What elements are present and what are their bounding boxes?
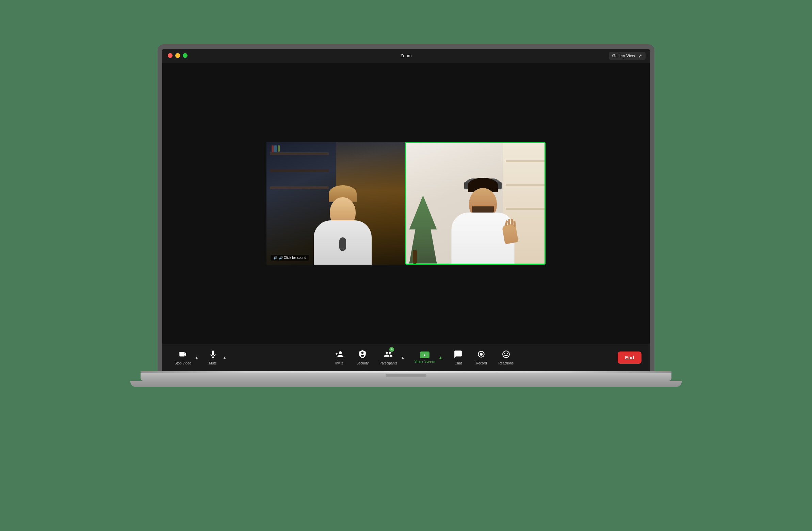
plant-stem — [413, 250, 417, 264]
minimize-button[interactable] — [175, 53, 180, 58]
book-1 — [272, 145, 274, 152]
book-2 — [274, 145, 277, 152]
share-screen-chevron[interactable]: ▲ — [437, 354, 444, 361]
click-sound-text: 🔊 Click for sound — [279, 256, 306, 260]
share-screen-button[interactable]: Share Screen — [410, 349, 439, 366]
security-button[interactable]: Security — [352, 347, 373, 368]
reactions-label: Reactions — [498, 361, 513, 365]
video-grid: 🔊 🔊 Click for sound — [266, 142, 546, 265]
person-right — [446, 151, 520, 264]
mute-wrapper: Mute ▲ — [203, 347, 229, 368]
left-plant-area — [406, 143, 447, 264]
reactions-button[interactable]: Reactions — [494, 347, 517, 368]
app-title: Zoom — [400, 53, 411, 58]
security-icon — [358, 350, 367, 360]
laptop-wrapper: Zoom Gallery View ⤢ — [100, 44, 712, 487]
invite-icon — [335, 350, 344, 360]
video-tile-right — [405, 142, 546, 265]
toolbar-right: End — [618, 351, 641, 364]
participants-count-badge: 8 — [389, 347, 394, 352]
invite-label: Invite — [335, 361, 343, 365]
share-screen-icon — [420, 351, 430, 358]
record-icon — [477, 350, 485, 360]
person-left — [309, 163, 377, 265]
laptop-screen: Zoom Gallery View ⤢ — [158, 44, 654, 371]
finger-1 — [513, 220, 516, 226]
mute-chevron[interactable]: ▲ — [221, 354, 228, 361]
video-tile-left: 🔊 🔊 Click for sound — [266, 142, 405, 265]
share-screen-wrapper: Share Screen ▲ — [410, 349, 445, 366]
stop-video-chevron[interactable]: ▲ — [193, 354, 200, 361]
participants-label: Participants — [379, 361, 397, 365]
plant-right-tile — [408, 196, 438, 264]
chat-icon — [454, 350, 463, 360]
reactions-icon — [502, 350, 510, 360]
camera-icon — [178, 350, 187, 360]
microphone-icon — [208, 350, 217, 360]
finger-2 — [511, 219, 513, 225]
share-screen-label: Share Screen — [414, 360, 435, 363]
laptop-notch — [386, 374, 426, 377]
chat-button[interactable]: Chat — [448, 347, 468, 368]
security-label: Security — [356, 361, 368, 365]
expand-icon: ⤢ — [638, 53, 642, 59]
titlebar: Zoom Gallery View ⤢ — [162, 49, 650, 63]
finger-3 — [508, 218, 510, 225]
shelf-1 — [270, 152, 329, 155]
svg-point-1 — [480, 353, 483, 356]
stop-video-button[interactable]: Stop Video — [171, 347, 195, 368]
record-label: Record — [476, 361, 487, 365]
participants-button[interactable]: 8 Participants — [375, 347, 401, 368]
end-button[interactable]: End — [618, 351, 641, 364]
toolbar-left: Stop Video ▲ Mute ▲ — [171, 347, 229, 368]
laptop-bottom — [130, 381, 682, 387]
book-3 — [278, 145, 280, 152]
participants-icon: 8 — [384, 350, 393, 360]
mute-label: Mute — [209, 361, 217, 365]
video-area: 🔊 🔊 Click for sound — [162, 63, 650, 344]
toolbar: Stop Video ▲ Mute ▲ — [162, 344, 650, 371]
laptop-base — [141, 371, 671, 381]
gallery-view-button[interactable]: Gallery View ⤢ — [609, 52, 646, 60]
maximize-button[interactable] — [183, 53, 188, 58]
mute-button[interactable]: Mute — [203, 347, 223, 368]
stop-video-label: Stop Video — [175, 361, 191, 365]
click-sound-badge[interactable]: 🔊 🔊 Click for sound — [271, 255, 309, 261]
speaker-icon: 🔊 — [273, 256, 277, 260]
stop-video-wrapper: Stop Video ▲ — [171, 347, 202, 368]
close-button[interactable] — [168, 53, 173, 58]
traffic-lights — [168, 53, 188, 58]
chat-label: Chat — [455, 361, 462, 365]
gallery-view-label: Gallery View — [612, 54, 635, 58]
participants-wrapper: 8 Participants ▲ — [375, 347, 407, 368]
invite-button[interactable]: Invite — [329, 347, 349, 368]
mic-shape — [339, 237, 346, 251]
toolbar-center: Invite Security 8 Par — [229, 347, 618, 368]
record-button[interactable]: Record — [471, 347, 491, 368]
